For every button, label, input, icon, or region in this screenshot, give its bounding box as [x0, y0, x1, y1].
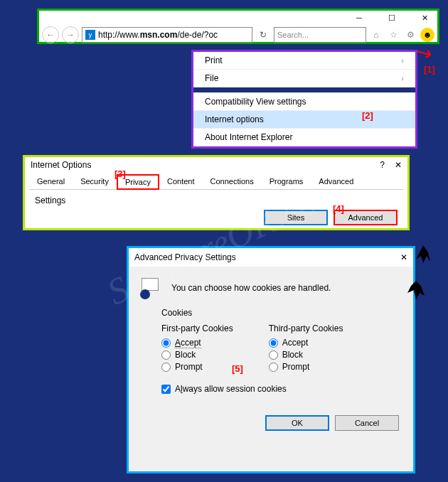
address-bar[interactable]: y http://www.msn.com/de-de/?oc — [82, 27, 252, 43]
third-party-column: Third-party Cookies Accept Block Prompt — [269, 323, 343, 374]
gear-icon[interactable]: ⚙ — [403, 28, 417, 42]
cancel-button[interactable]: Cancel — [335, 415, 399, 431]
first-block-radio[interactable]: Block — [161, 350, 233, 360]
callout-5: [5] — [232, 363, 243, 374]
ok-button[interactable]: OK — [265, 415, 329, 431]
menu-item-about[interactable]: About Internet Explorer — [193, 129, 415, 146]
callout-3: [3] — [114, 168, 126, 179]
sites-button[interactable]: Sites — [264, 210, 328, 225]
callout-4: [4] — [333, 203, 344, 214]
window-controls: ─ ☐ ✕ — [39, 11, 437, 25]
menu-item-file[interactable]: File› — [193, 70, 415, 87]
home-icon[interactable]: ⌂ — [369, 28, 383, 42]
url-domain: msn.com — [140, 30, 178, 40]
browser-toolbar: ← → y http://www.msn.com/de-de/?oc ↻ Sea… — [39, 25, 437, 45]
menu-item-compat[interactable]: Compatibility View settings — [193, 93, 415, 111]
back-button[interactable]: ← — [42, 26, 59, 43]
callout-1: [1] — [424, 64, 435, 75]
privacy-icon — [140, 277, 163, 299]
favorites-icon[interactable]: ☆ — [386, 28, 400, 42]
tab-general[interactable]: General — [29, 174, 73, 189]
always-allow-checkbox[interactable]: Always allow session cookies — [161, 384, 402, 394]
first-party-label: First-party Cookies — [161, 323, 233, 333]
privacy-desc: You can choose how cookies are handled. — [171, 283, 331, 293]
climbers-decoration — [398, 242, 441, 327]
maximize-button[interactable]: ☐ — [380, 11, 403, 24]
help-button[interactable]: ? — [380, 160, 385, 170]
dialog-titlebar: Advanced Privacy Settings ✕ — [129, 248, 413, 267]
third-accept-radio[interactable]: Accept — [269, 338, 343, 348]
callout-2: [2] — [362, 110, 373, 121]
dialog-title: Internet Options — [31, 160, 91, 170]
first-prompt-radio[interactable]: Prompt — [161, 362, 233, 372]
menu-separator-dark — [193, 87, 415, 93]
dialog-title: Advanced Privacy Settings — [134, 252, 236, 262]
tab-connections[interactable]: Connections — [202, 174, 261, 189]
third-party-label: Third-party Cookies — [269, 323, 343, 333]
url-suffix: /de-de/?oc — [177, 30, 218, 40]
tab-content[interactable]: Content — [159, 174, 203, 189]
tab-security[interactable]: Security — [73, 174, 117, 189]
tab-advanced[interactable]: Advanced — [311, 174, 361, 189]
cookies-section-label: Cookies — [161, 308, 402, 318]
chevron-right-icon: › — [401, 56, 404, 65]
first-party-column: First-party Cookies Accept Block Prompt — [161, 323, 233, 374]
tab-strip: General Security Privacy Content Connect… — [29, 174, 403, 190]
close-button[interactable]: ✕ — [413, 11, 436, 24]
tab-programs[interactable]: Programs — [262, 174, 311, 189]
menu-item-print[interactable]: Print› — [193, 52, 415, 70]
search-input[interactable]: Search... — [274, 27, 366, 43]
forward-button[interactable]: → — [62, 26, 79, 43]
third-block-radio[interactable]: Block — [269, 350, 343, 360]
dialog-titlebar: Internet Options ? ✕ — [25, 157, 407, 173]
first-accept-radio[interactable]: Accept — [161, 338, 233, 348]
browser-window: ─ ☐ ✕ ← → y http://www.msn.com/de-de/?oc… — [37, 9, 439, 44]
close-button[interactable]: ✕ — [395, 160, 402, 170]
third-prompt-radio[interactable]: Prompt — [269, 362, 343, 372]
chevron-right-icon: › — [401, 74, 404, 82]
site-icon: y — [85, 30, 95, 40]
internet-options-dialog: Internet Options ? ✕ General Security Pr… — [23, 155, 410, 230]
menu-item-internet-options[interactable]: Internet options — [193, 111, 415, 129]
url-prefix: http://www. — [98, 30, 140, 40]
minimize-button[interactable]: ─ — [348, 11, 370, 24]
refresh-button[interactable]: ↻ — [255, 27, 271, 43]
tools-menu: Print› File› Compatibility View settings… — [191, 50, 417, 149]
advanced-privacy-dialog: Advanced Privacy Settings ✕ You can choo… — [127, 246, 415, 473]
